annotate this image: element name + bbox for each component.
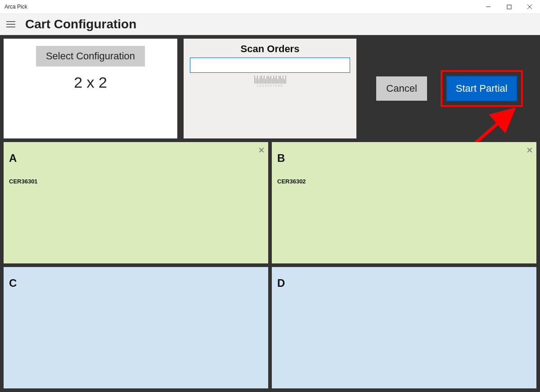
maximize-button[interactable] xyxy=(499,0,519,13)
minimize-button[interactable] xyxy=(478,0,499,13)
top-row: Select Configuration 2 x 2 Scan Orders 1… xyxy=(4,39,536,138)
svg-rect-1 xyxy=(507,5,511,9)
page-title: Cart Configuration xyxy=(22,17,136,31)
main-area: Select Configuration 2 x 2 Scan Orders 1… xyxy=(0,35,540,392)
slot-a-label: A xyxy=(9,152,261,165)
close-window-button[interactable] xyxy=(519,0,540,13)
slot-c[interactable]: C xyxy=(4,267,268,388)
barcode-number: 1234567890 xyxy=(257,84,284,87)
slot-d[interactable]: D xyxy=(272,267,536,388)
barcode-icon xyxy=(254,76,286,84)
scan-input[interactable] xyxy=(190,58,350,73)
cancel-button[interactable]: Cancel xyxy=(376,76,427,101)
select-configuration-button[interactable]: Select Configuration xyxy=(36,46,145,67)
slot-b-label: B xyxy=(277,152,529,165)
actions-panel: Cancel Start Partial xyxy=(363,39,536,138)
slot-a[interactable]: A CER36301 × xyxy=(4,142,268,263)
configuration-panel: Select Configuration 2 x 2 xyxy=(4,39,177,138)
barcode-graphic: 1234567890 xyxy=(254,76,286,87)
window-controls xyxy=(478,0,540,13)
header-bar: Cart Configuration xyxy=(0,13,540,35)
slot-c-label: C xyxy=(9,277,261,290)
scan-orders-panel: Scan Orders 1234567890 xyxy=(184,39,356,138)
hamburger-icon xyxy=(6,21,15,27)
slot-b-order: CER36302 xyxy=(277,178,306,185)
configuration-value: 2 x 2 xyxy=(74,74,107,91)
menu-button[interactable] xyxy=(0,13,22,35)
slot-a-close-icon[interactable]: × xyxy=(258,145,265,156)
scan-orders-title: Scan Orders xyxy=(241,43,300,55)
window-title: Arca Pick xyxy=(4,4,27,10)
slot-a-order: CER36301 xyxy=(9,178,38,185)
slot-d-label: D xyxy=(277,277,529,290)
slot-b-close-icon[interactable]: × xyxy=(526,145,533,156)
slot-b[interactable]: B CER36302 × xyxy=(272,142,536,263)
minimize-icon xyxy=(486,4,491,9)
cart-grid: A CER36301 × B CER36302 × C D xyxy=(4,142,536,388)
start-partial-button[interactable]: Start Partial xyxy=(446,76,518,102)
close-icon xyxy=(527,4,532,9)
highlight-annotation: Start Partial xyxy=(441,70,523,107)
window-titlebar: Arca Pick xyxy=(0,0,540,13)
maximize-icon xyxy=(507,4,512,9)
